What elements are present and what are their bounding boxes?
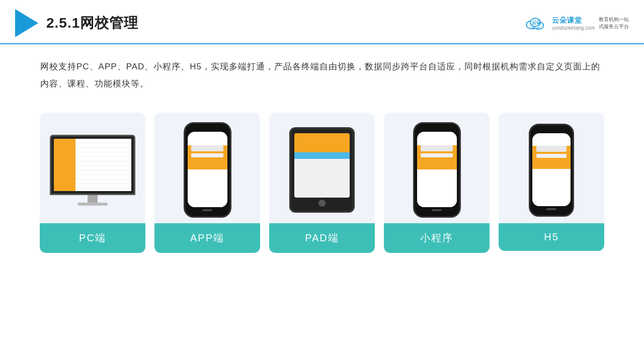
- device-card-h5: H5: [499, 113, 604, 251]
- phone-home-bar-3: [546, 208, 556, 210]
- header-left: 2.5.1网校管理: [15, 9, 138, 37]
- monitor-screen-outer: [50, 135, 135, 195]
- phone-notch-2: [429, 127, 444, 131]
- phone-home-bar: [202, 209, 212, 211]
- pc-monitor-mockup: [50, 135, 135, 206]
- description-text: 网校支持PC、APP、PAD、小程序、H5，实现多端打通，产品各终端自由切换，数…: [0, 44, 644, 98]
- pad-label: PAD端: [269, 223, 375, 253]
- page-header: 2.5.1网校管理 云朵 云朵课堂 yunduoketang.com 教育机构一…: [0, 0, 644, 44]
- brand-url: yunduoketang.com: [552, 25, 595, 31]
- miniprogram-phone-mockup: [413, 122, 461, 218]
- svg-text:云朵: 云朵: [532, 20, 542, 25]
- phone-home-bar-2: [432, 209, 442, 211]
- app-phone-screen: [188, 132, 227, 207]
- monitor-screen-inner: [54, 139, 131, 191]
- device-card-pad: PAD端: [269, 113, 375, 253]
- cloud-logo-icon: 云朵: [523, 14, 548, 32]
- brand-slogan: 教育机构一站 式服务云平台: [599, 16, 629, 30]
- h5-label: H5: [499, 223, 604, 251]
- h5-phone-mockup: [529, 124, 574, 217]
- pc-label: PC端: [40, 223, 145, 253]
- brand-text: 云朵课堂 yunduoketang.com: [552, 16, 595, 31]
- app-image-area: [154, 113, 260, 223]
- miniprogram-screen-content: [417, 145, 457, 207]
- pc-image-area: [40, 113, 145, 223]
- monitor-base: [77, 203, 108, 206]
- h5-screen-content: [532, 146, 571, 206]
- device-cards-container: PC端 APP端 PAD端: [0, 98, 644, 263]
- h5-screen: [532, 133, 571, 206]
- tablet-home-button: [318, 200, 326, 207]
- tablet-screen-content: [294, 133, 350, 198]
- pad-image-area: [269, 113, 375, 223]
- app-screen-content: [188, 145, 227, 207]
- device-card-pc: PC端: [40, 113, 145, 253]
- phone-notch-3: [544, 128, 559, 132]
- device-card-app: APP端: [154, 113, 260, 253]
- tablet-mockup: [289, 127, 355, 213]
- brand-name: 云朵课堂: [552, 16, 582, 25]
- app-label: APP端: [154, 223, 260, 253]
- h5-image-area: [499, 113, 604, 223]
- miniprogram-screen: [417, 132, 457, 207]
- miniprogram-image-area: [384, 113, 490, 223]
- app-phone-mockup: [184, 122, 231, 218]
- tablet-screen: [294, 133, 350, 198]
- miniprogram-label: 小程序: [384, 223, 490, 253]
- monitor-screen-content: [54, 139, 131, 191]
- monitor-neck: [88, 195, 98, 203]
- device-card-miniprogram: 小程序: [384, 113, 490, 253]
- brand-logo: 云朵 云朵课堂 yunduoketang.com 教育机构一站 式服务云平台: [523, 14, 629, 32]
- logo-triangle-icon: [15, 9, 38, 37]
- phone-notch: [200, 127, 215, 131]
- page-title: 2.5.1网校管理: [46, 14, 138, 33]
